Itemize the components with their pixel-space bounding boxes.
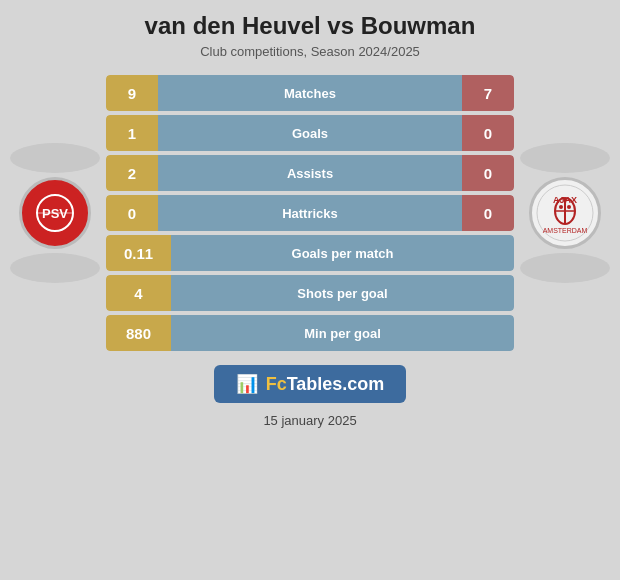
fctables-text: FcTables.com: [266, 374, 385, 395]
stat-row: 1Goals0: [106, 115, 514, 151]
stat-label: Matches: [158, 75, 462, 111]
stat-left-value: 4: [106, 275, 171, 311]
stat-row: 0.11Goals per match: [106, 235, 514, 271]
right-club: AJAX AMSTERDAM: [520, 143, 610, 283]
stat-label: Hattricks: [158, 195, 462, 231]
right-club-ellipse-bottom: [520, 253, 610, 283]
left-club-ellipse-bottom: [10, 253, 100, 283]
stat-right-value: 0: [462, 155, 514, 191]
right-club-ellipse-top: [520, 143, 610, 173]
stat-left-value: 0.11: [106, 235, 171, 271]
stat-left-value: 9: [106, 75, 158, 111]
stat-row: 0Hattricks0: [106, 195, 514, 231]
page-wrapper: van den Heuvel vs Bouwman Club competiti…: [0, 0, 620, 436]
page-subtitle: Club competitions, Season 2024/2025: [200, 44, 420, 59]
footer-date: 15 january 2025: [263, 413, 356, 428]
stat-left-value: 2: [106, 155, 158, 191]
stat-row: 4Shots per goal: [106, 275, 514, 311]
svg-point-9: [559, 205, 563, 209]
stat-row: 2Assists0: [106, 155, 514, 191]
stat-row: 9Matches7: [106, 75, 514, 111]
left-club-ellipse-top: [10, 143, 100, 173]
ajax-logo-svg: AJAX AMSTERDAM: [535, 183, 595, 243]
stat-right-value: 0: [462, 115, 514, 151]
stat-row: 880Min per goal: [106, 315, 514, 351]
stat-left-value: 0: [106, 195, 158, 231]
stat-left-value: 880: [106, 315, 171, 351]
stat-label: Goals: [158, 115, 462, 151]
left-club: PSV: [10, 143, 100, 283]
fctables-banner: 📊 FcTables.com: [214, 365, 407, 403]
ajax-logo: AJAX AMSTERDAM: [529, 177, 601, 249]
main-section: PSV 9Matches71Goals02Assists00Hattricks0…: [0, 75, 620, 351]
svg-text:AMSTERDAM: AMSTERDAM: [543, 227, 588, 234]
stat-label: Goals per match: [171, 235, 514, 271]
stat-label: Min per goal: [171, 315, 514, 351]
stat-label: Assists: [158, 155, 462, 191]
page-title: van den Heuvel vs Bouwman: [145, 12, 476, 40]
stat-left-value: 1: [106, 115, 158, 151]
psv-logo: PSV: [19, 177, 91, 249]
fctables-icon: 📊: [236, 373, 258, 395]
stat-right-value: 7: [462, 75, 514, 111]
svg-point-10: [567, 205, 571, 209]
stats-column: 9Matches71Goals02Assists00Hattricks00.11…: [106, 75, 514, 351]
stat-label: Shots per goal: [171, 275, 514, 311]
psv-logo-svg: PSV: [25, 183, 85, 243]
stat-right-value: 0: [462, 195, 514, 231]
